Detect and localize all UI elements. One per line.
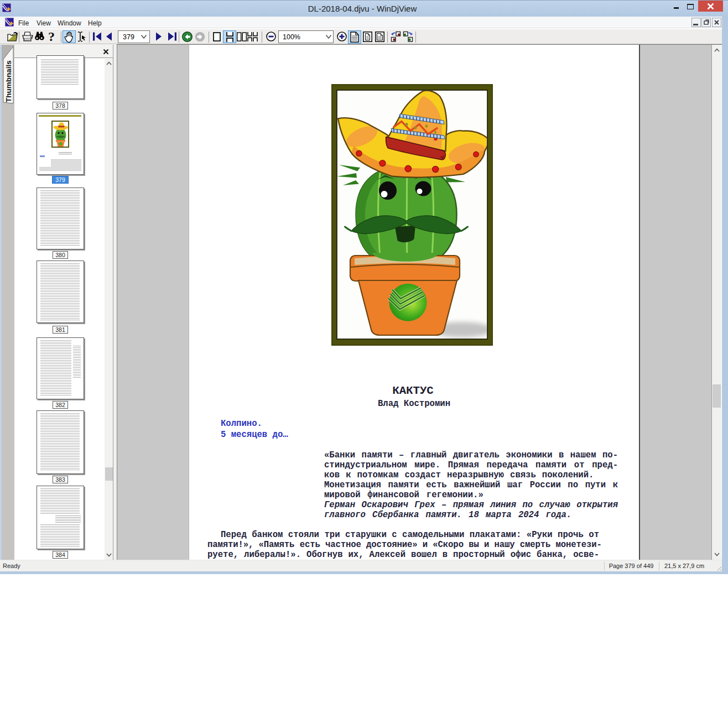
svg-text:Thumbnails: Thumbnails bbox=[4, 60, 13, 102]
